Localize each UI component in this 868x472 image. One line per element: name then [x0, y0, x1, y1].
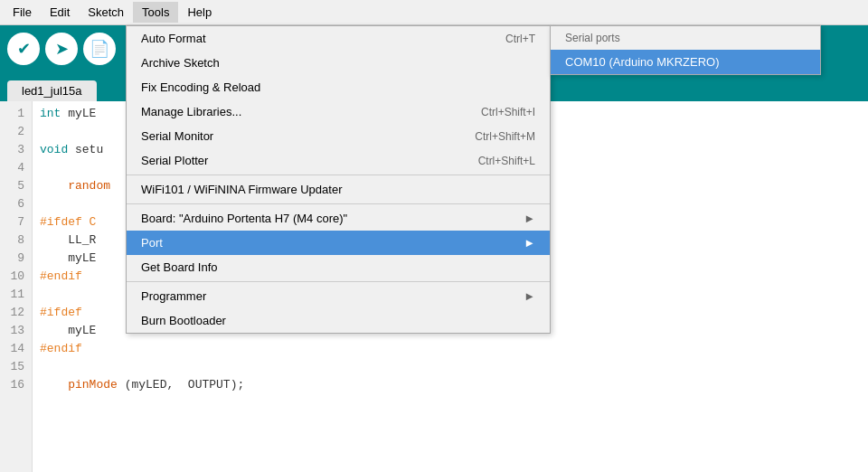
menu-tools[interactable]: Tools	[133, 2, 178, 23]
code-line-15	[40, 358, 861, 376]
menu-help[interactable]: Help	[178, 2, 221, 23]
menu-board[interactable]: Board: "Arduino Portenta H7 (M4 core)" ►	[127, 206, 550, 231]
burn-bootloader-label: Burn Bootloader	[141, 314, 226, 327]
menu-serial-monitor[interactable]: Serial Monitor Ctrl+Shift+M	[127, 124, 550, 148]
tools-menu: Auto Format Ctrl+T Archive Sketch Fix En…	[126, 25, 551, 334]
menu-programmer[interactable]: Programmer ►	[127, 284, 550, 308]
menu-divider-3	[127, 281, 550, 282]
auto-format-label: Auto Format	[141, 32, 206, 45]
port-submenu-section-label: Serial ports	[551, 26, 820, 50]
menu-port[interactable]: Port ►	[127, 231, 550, 255]
archive-sketch-label: Archive Sketch	[141, 56, 220, 70]
port-com10[interactable]: COM10 (Arduino MKRZERO)	[551, 50, 820, 74]
serial-plotter-shortcut: Ctrl+Shift+L	[478, 155, 535, 167]
port-arrow-icon: ►	[524, 236, 535, 250]
menu-edit[interactable]: Edit	[41, 2, 79, 23]
menu-wifi-updater[interactable]: WiFi101 / WiFiNINA Firmware Updater	[127, 177, 550, 202]
menu-sketch[interactable]: Sketch	[79, 2, 133, 23]
get-board-info-label: Get Board Info	[141, 260, 218, 274]
menu-divider-1	[127, 175, 550, 175]
verify-button[interactable]: ✔	[7, 33, 40, 65]
serial-plotter-label: Serial Plotter	[141, 154, 208, 167]
board-arrow-icon: ►	[524, 212, 535, 225]
port-label: Port	[141, 236, 163, 250]
upload-button[interactable]: ➤	[45, 33, 78, 65]
line-numbers: 12345 678910 1112131415 16	[0, 101, 33, 472]
menubar: File Edit Sketch Tools Help	[0, 0, 868, 25]
board-label: Board: "Arduino Portenta H7 (M4 core)"	[141, 212, 347, 225]
menu-get-board-info[interactable]: Get Board Info	[127, 255, 550, 279]
programmer-label: Programmer	[141, 289, 206, 303]
manage-libraries-label: Manage Libraries...	[141, 105, 241, 118]
menu-burn-bootloader[interactable]: Burn Bootloader	[127, 308, 550, 333]
programmer-arrow-icon: ►	[524, 289, 535, 303]
menu-archive-sketch[interactable]: Archive Sketch	[127, 51, 550, 75]
menu-fix-encoding[interactable]: Fix Encoding & Reload	[127, 75, 550, 99]
wifi-updater-label: WiFi101 / WiFiNINA Firmware Updater	[141, 183, 342, 196]
code-line-14: #endif	[40, 340, 861, 358]
fix-encoding-label: Fix Encoding & Reload	[141, 80, 260, 94]
menu-file[interactable]: File	[4, 2, 41, 23]
serial-monitor-shortcut: Ctrl+Shift+M	[475, 130, 535, 143]
menu-divider-2	[127, 203, 550, 204]
manage-libraries-shortcut: Ctrl+Shift+I	[481, 106, 535, 118]
code-line-16: pinMode (myLED, OUTPUT);	[40, 376, 861, 394]
tab-led1[interactable]: led1_jul15a	[7, 80, 97, 101]
auto-format-shortcut: Ctrl+T	[505, 33, 535, 45]
new-sketch-button[interactable]: 📄	[83, 33, 116, 65]
menu-auto-format[interactable]: Auto Format Ctrl+T	[127, 26, 550, 51]
port-submenu: Serial ports COM10 (Arduino MKRZERO)	[550, 25, 821, 75]
menu-manage-libraries[interactable]: Manage Libraries... Ctrl+Shift+I	[127, 99, 550, 124]
menu-serial-plotter[interactable]: Serial Plotter Ctrl+Shift+L	[127, 148, 550, 173]
serial-monitor-label: Serial Monitor	[141, 129, 213, 143]
